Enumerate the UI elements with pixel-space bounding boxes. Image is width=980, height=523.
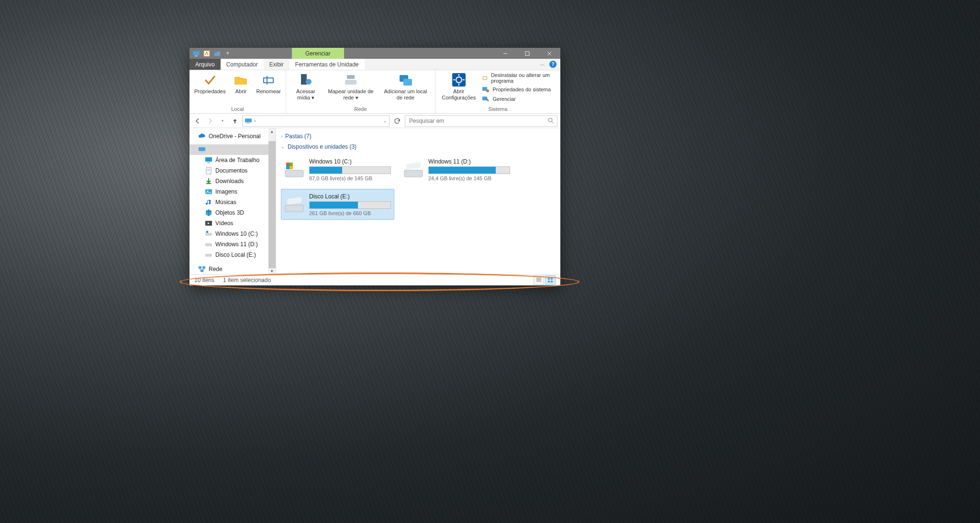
window-controls [494, 48, 560, 59]
search-box[interactable] [405, 115, 557, 127]
tree-drive-d[interactable]: Windows 11 (D:) [189, 239, 276, 250]
tiles-view-button[interactable] [545, 275, 556, 285]
content-pane[interactable]: › Pastas (7) ⌄ Dispositivos e unidades (… [276, 128, 560, 274]
access-media-button[interactable]: Acessar mídia ▾ [288, 71, 323, 101]
drive-e-name: Disco Local (E:) [309, 193, 391, 200]
add-network-label: Adicionar um local de rede [381, 88, 430, 100]
search-input[interactable] [408, 117, 548, 125]
svg-rect-28 [245, 119, 252, 122]
svg-point-12 [306, 79, 312, 85]
tab-computer[interactable]: Computador [221, 59, 264, 70]
drive-d-free: 24,4 GB livre(s) de 145 GB [428, 175, 510, 181]
properties-qat-icon[interactable] [203, 50, 211, 57]
svg-rect-54 [290, 163, 293, 165]
drive-d[interactable]: Windows 11 (D:) 24,4 GB livre(s) de 145 … [400, 154, 513, 185]
drive-c[interactable]: Windows 10 (C:) 87,0 GB livre(s) de 145 … [281, 154, 394, 185]
devices-group-header[interactable]: ⌄ Dispositivos e unidades (3) [281, 143, 556, 150]
tab-file[interactable]: Arquivo [189, 59, 221, 70]
properties-button[interactable]: Propriedades [191, 71, 228, 96]
svg-rect-29 [247, 123, 250, 124]
scroll-thumb[interactable] [268, 141, 276, 268]
sidebar-scrollbar[interactable]: ▴ ▾ [268, 128, 276, 274]
up-button[interactable] [230, 116, 240, 126]
tree-3d-objects[interactable]: Objetos 3D [189, 207, 276, 218]
navigation-row: ▾ › ⌄ [189, 114, 560, 128]
scroll-up-icon[interactable]: ▴ [268, 128, 276, 134]
tree-drive-e[interactable]: Disco Local (E:) [189, 250, 276, 260]
devices-header-label: Dispositivos e unidades (3) [288, 143, 356, 150]
status-selection: 1 item selecionado [223, 277, 271, 283]
back-button[interactable] [192, 116, 203, 126]
tree-this-pc[interactable] [189, 144, 276, 155]
title-bar[interactable]: ▼ Gerenciar [189, 48, 560, 59]
this-pc-breadcrumb-icon [245, 117, 252, 125]
svg-rect-59 [406, 162, 421, 169]
title-bar-drag-area[interactable] [344, 48, 494, 59]
new-folder-qat-icon[interactable] [213, 50, 221, 57]
tree-desktop-label: Área de Trabalho [215, 157, 259, 163]
details-view-button[interactable] [534, 275, 544, 285]
tree-drive-c[interactable]: Windows 10 (C:) [189, 229, 276, 239]
drive-e-free: 261 GB livre(s) de 660 GB [309, 210, 391, 216]
tab-view[interactable]: Exibir [264, 59, 290, 70]
main-area: OneDrive - Personal Área de Trabalho Doc… [189, 128, 560, 274]
drive-e[interactable]: Disco Local (E:) 261 GB livre(s) de 660 … [281, 189, 394, 220]
tree-documents[interactable]: Documentos [189, 165, 276, 176]
close-button[interactable] [538, 48, 560, 59]
manage-link[interactable]: Gerenciar [482, 95, 557, 103]
tree-onedrive[interactable]: OneDrive - Personal [189, 131, 276, 142]
manage-label: Gerenciar [492, 96, 515, 102]
help-icon[interactable]: ? [549, 61, 557, 68]
breadcrumb-chevron-icon[interactable]: › [254, 118, 256, 123]
tab-drive-tools[interactable]: Ferramentas de Unidade [290, 59, 365, 70]
add-network-location-button[interactable]: Adicionar um local de rede [378, 71, 433, 101]
svg-rect-66 [548, 278, 550, 280]
tree-music[interactable]: Músicas [189, 197, 276, 207]
map-drive-label: Mapear unidade de rede ▾ [326, 88, 375, 100]
scroll-down-icon[interactable]: ▾ [268, 268, 276, 274]
forward-button[interactable] [205, 116, 215, 126]
system-properties-link[interactable]: Propriedades do sistema [482, 86, 557, 93]
address-bar[interactable]: › ⌄ [242, 115, 390, 127]
svg-rect-16 [403, 79, 412, 86]
navigation-pane[interactable]: OneDrive - Personal Área de Trabalho Doc… [189, 128, 276, 274]
svg-rect-50 [285, 170, 303, 177]
map-drive-icon [343, 72, 358, 87]
search-icon[interactable] [548, 118, 554, 124]
system-actions-list: Desinstalar ou alterar um programa Propr… [480, 71, 558, 104]
svg-rect-62 [287, 196, 301, 204]
tree-pictures[interactable]: Imagens [189, 186, 276, 197]
refresh-button[interactable] [391, 116, 403, 126]
qat-dropdown-icon[interactable]: ▼ [224, 50, 232, 57]
tree-pictures-label: Imagens [215, 188, 237, 195]
map-drive-button[interactable]: Mapear unidade de rede ▾ [323, 71, 378, 101]
this-pc-tree-icon [198, 146, 206, 153]
group-label-system: Sistema [437, 105, 558, 113]
uninstall-icon [482, 74, 488, 82]
ribbon-group-local: Propriedades Abrir Renomear Local [189, 70, 286, 113]
ribbon-group-network: Acessar mídia ▾ Mapear unidade de rede ▾… [286, 70, 435, 113]
tree-downloads[interactable]: Downloads [189, 176, 276, 186]
collapse-ribbon-icon[interactable]: ︿ [540, 60, 546, 68]
recent-locations-button[interactable]: ▾ [217, 116, 228, 126]
tree-videos[interactable]: Vídeos [189, 218, 276, 229]
svg-rect-14 [347, 75, 355, 79]
folders-group-header[interactable]: › Pastas (7) [281, 133, 556, 140]
contextual-tab-label[interactable]: Gerenciar [292, 48, 344, 59]
svg-rect-55 [286, 166, 289, 169]
minimize-button[interactable] [494, 48, 516, 59]
drive-icon [284, 195, 304, 215]
open-button[interactable]: Abrir [228, 71, 253, 96]
gear-icon [451, 72, 467, 87]
drive-d-name: Windows 11 (D:) [428, 158, 510, 165]
address-dropdown-icon[interactable]: ⌄ [383, 119, 387, 123]
folders-header-label: Pastas (7) [285, 133, 312, 140]
svg-rect-4 [214, 52, 217, 53]
tree-network[interactable]: Rede [189, 264, 276, 274]
rename-button[interactable]: Renomear [253, 71, 283, 96]
maximize-button[interactable] [516, 48, 538, 59]
open-settings-button[interactable]: Abrir Configurações [437, 71, 480, 101]
tree-desktop[interactable]: Área de Trabalho [189, 155, 276, 165]
svg-rect-35 [207, 162, 210, 163]
uninstall-program-link[interactable]: Desinstalar ou alterar um programa [482, 72, 557, 84]
